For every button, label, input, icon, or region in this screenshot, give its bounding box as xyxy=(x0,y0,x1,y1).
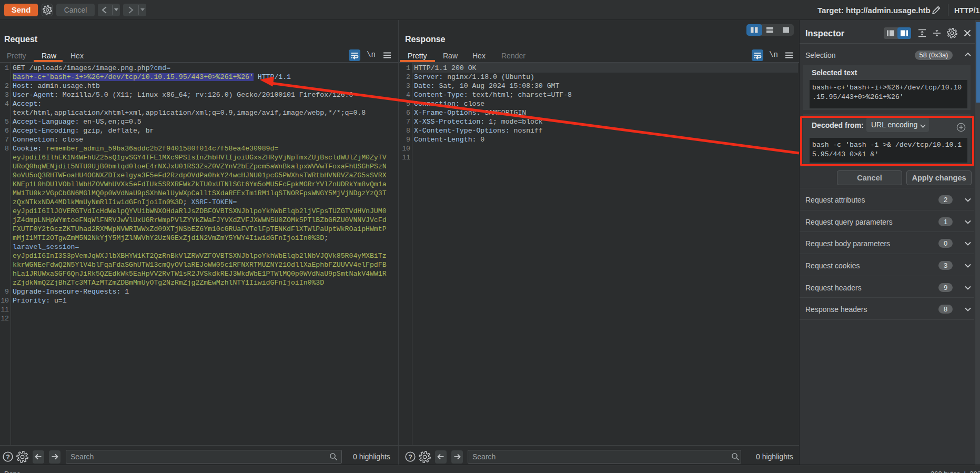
svg-text:?: ? xyxy=(6,454,10,461)
svg-text:?: ? xyxy=(408,454,412,461)
